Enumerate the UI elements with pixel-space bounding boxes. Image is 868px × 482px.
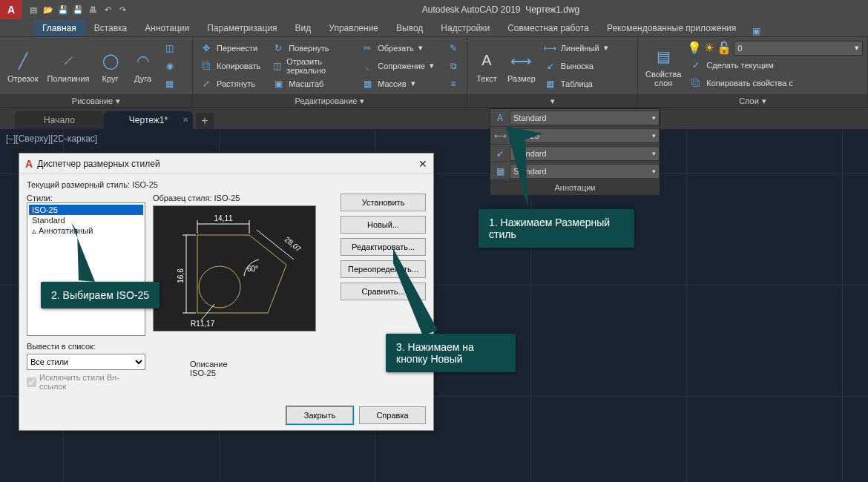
copy-button[interactable]: ⿻Копировать <box>197 58 263 74</box>
viewport-label[interactable]: [–][Сверху][2D-каркас] <box>6 133 97 144</box>
dimension-button[interactable]: ⟷Размер <box>504 47 539 85</box>
text-style-icon: A <box>490 113 510 123</box>
svg-text:60°: 60° <box>247 265 258 273</box>
tab-parametric[interactable]: Параметризация <box>198 20 286 36</box>
dialog-close-button[interactable]: ✕ <box>418 158 427 170</box>
list-filter-select[interactable]: Все стили <box>27 354 145 370</box>
current-style-label: Текущий размерный стиль: ISO-25 <box>27 180 426 189</box>
svg-text:28,07: 28,07 <box>283 235 303 254</box>
window-title: Autodesk AutoCAD 2019 Чертеж1.dwg <box>134 4 868 15</box>
dim-style-select[interactable]: ISO-25▾ <box>510 128 660 143</box>
layer-props-button[interactable]: ▤Свойства слоя <box>642 43 684 89</box>
stretch-button[interactable]: ⤢Растянуть <box>197 76 263 92</box>
tab-start[interactable]: Начало <box>15 111 104 129</box>
modify-extra-3[interactable]: ≡ <box>444 76 462 92</box>
dialog-close-btn[interactable]: Закрыть <box>286 406 353 424</box>
ribbon-tabs: Главная Вставка Аннотации Параметризация… <box>0 19 868 37</box>
mleader-style-icon: ↙ <box>490 148 510 159</box>
redo-icon[interactable]: ↷ <box>116 3 129 16</box>
quick-access-toolbar: ▤ 📂 💾 💾 🖶 ↶ ↷ <box>22 3 134 16</box>
compare-style-button[interactable]: Сравнить... <box>341 283 426 300</box>
tab-collab[interactable]: Совместная работа <box>499 20 598 36</box>
override-style-button[interactable]: Переопределить... <box>341 260 426 278</box>
tab-featured[interactable]: Рекомендованные приложения <box>598 20 745 36</box>
circle-button[interactable]: ◯Круг <box>96 47 125 85</box>
draw-extra-2[interactable]: ◉ <box>161 58 179 74</box>
panel-draw-title[interactable]: Рисование ▾ <box>0 94 192 108</box>
text-button[interactable]: AТекст <box>472 47 502 85</box>
panel-annotation: AТекст ⟷Размер ⟼Линейный ▾ ↙Выноска ▦Таб… <box>467 37 638 108</box>
tab-insert[interactable]: Вставка <box>85 20 137 36</box>
leader-button[interactable]: ↙Выноска <box>542 58 611 74</box>
tab-drawing1[interactable]: Чертеж1*✕ <box>104 111 193 129</box>
table-style-select[interactable]: Standard▾ <box>510 164 660 179</box>
undo-icon[interactable]: ↶ <box>101 3 114 16</box>
array-button[interactable]: ▦Массив ▾ <box>358 76 437 92</box>
tab-addins[interactable]: Надстройки <box>432 20 499 36</box>
svg-text:R11,17: R11,17 <box>191 320 215 328</box>
folder-icon[interactable]: ▤ <box>27 3 40 16</box>
polyline-button[interactable]: ⟋Полилиния <box>44 47 92 85</box>
style-item-iso25[interactable]: ISO-25 <box>29 205 143 215</box>
panel-layers-title[interactable]: Слои ▾ <box>638 94 867 108</box>
tab-output[interactable]: Вывод <box>387 20 432 36</box>
tab-manage[interactable]: Управление <box>320 20 387 36</box>
modify-style-button[interactable]: Редактировать... <box>341 238 426 256</box>
layer-combo[interactable]: 0▾ <box>734 41 863 56</box>
new-style-button[interactable]: Новый... <box>341 216 426 234</box>
callout-3: 3. Нажимаем на кнопку Новый <box>386 334 516 372</box>
title-bar: A ▤ 📂 💾 💾 🖶 ↶ ↷ Autodesk AutoCAD 2019 Че… <box>0 0 868 19</box>
close-icon[interactable]: ✕ <box>183 116 188 124</box>
callout-1: 1. Нажимаем Размерный стиль <box>479 209 634 248</box>
open-icon[interactable]: 📂 <box>42 3 55 16</box>
dialog-logo-icon: A <box>25 158 33 170</box>
modify-extra-1[interactable]: ✎ <box>444 40 462 56</box>
draw-extra-1[interactable]: ◫ <box>161 40 179 56</box>
panel-anno-title[interactable]: ▾ <box>467 94 637 108</box>
modify-extra-2[interactable]: ⧉ <box>444 58 462 74</box>
plot-icon[interactable]: 🖶 <box>86 3 99 16</box>
tab-home[interactable]: Главная <box>33 20 85 36</box>
mleader-style-select[interactable]: Standard▾ <box>510 146 660 161</box>
anno-panel-title: Аннотации <box>490 180 660 195</box>
match-props-button[interactable]: ⿻Копировать свойства с <box>687 75 863 91</box>
line-button[interactable]: ╱Отрезок <box>4 47 41 85</box>
styles-label: Стили: <box>27 194 145 202</box>
style-item-standard[interactable]: Standard <box>29 215 143 225</box>
linear-dim-button[interactable]: ⟼Линейный ▾ <box>542 40 611 56</box>
list-filter-label: Вывести в список: <box>27 342 145 351</box>
tab-annotate[interactable]: Аннотации <box>136 20 198 36</box>
trim-button[interactable]: ✂Обрезать ▾ <box>358 40 437 56</box>
make-current-button[interactable]: ✓Сделать текущим <box>687 57 863 73</box>
draw-extra-3[interactable]: ▦ <box>161 76 179 92</box>
move-button[interactable]: ✥Перенести <box>197 40 263 56</box>
text-style-select[interactable]: Standard▾ <box>510 110 660 125</box>
svg-text:16,6: 16,6 <box>177 268 185 283</box>
set-current-button[interactable]: Установить <box>341 194 426 211</box>
panel-modify: ✥Перенести ⿻Копировать ⤢Растянуть ↻Повер… <box>193 37 467 108</box>
style-item-annotative[interactable]: ▵ Аннотативный <box>29 225 143 237</box>
app-logo[interactable]: A <box>0 0 22 19</box>
annotation-styles-panel: AStandard▾ ⟷ISO-25▾ ↙Standard▾ ▦Standard… <box>490 108 660 196</box>
mirror-button[interactable]: ◫Отразить зеркально <box>269 58 352 74</box>
panel-modify-title[interactable]: Редактирование ▾ <box>193 94 467 108</box>
arc-button[interactable]: ◠Дуга <box>128 47 158 85</box>
desc-label: Описание <box>190 360 353 369</box>
styles-listbox[interactable]: ISO-25 Standard ▵ Аннотативный <box>27 202 145 336</box>
scale-button[interactable]: ▣Масштаб <box>269 76 352 92</box>
save-icon[interactable]: 💾 <box>56 3 70 16</box>
tab-add-button[interactable]: + <box>196 113 214 129</box>
dialog-help-btn[interactable]: Справка <box>359 406 426 424</box>
panel-draw: ╱Отрезок ⟋Полилиния ◯Круг ◠Дуга ◫ ◉ ▦ Ри… <box>0 37 193 108</box>
bulb-icon: 💡 <box>687 41 702 55</box>
preview-label: Образец стиля: ISO-25 <box>153 194 333 202</box>
saveas-icon[interactable]: 💾 <box>71 3 85 16</box>
exclude-xref-checkbox[interactable]: Исключить стили Вн-ссылок <box>27 373 145 391</box>
dim-style-icon: ⟷ <box>490 131 510 141</box>
table-button[interactable]: ▦Таблица <box>542 76 611 92</box>
table-style-icon: ▦ <box>490 166 510 176</box>
tab-more-icon[interactable]: ▣ <box>752 26 760 36</box>
tab-view[interactable]: Вид <box>286 20 320 36</box>
rotate-button[interactable]: ↻Повернуть <box>269 40 352 56</box>
fillet-button[interactable]: ◟Сопряжение ▾ <box>358 58 437 74</box>
